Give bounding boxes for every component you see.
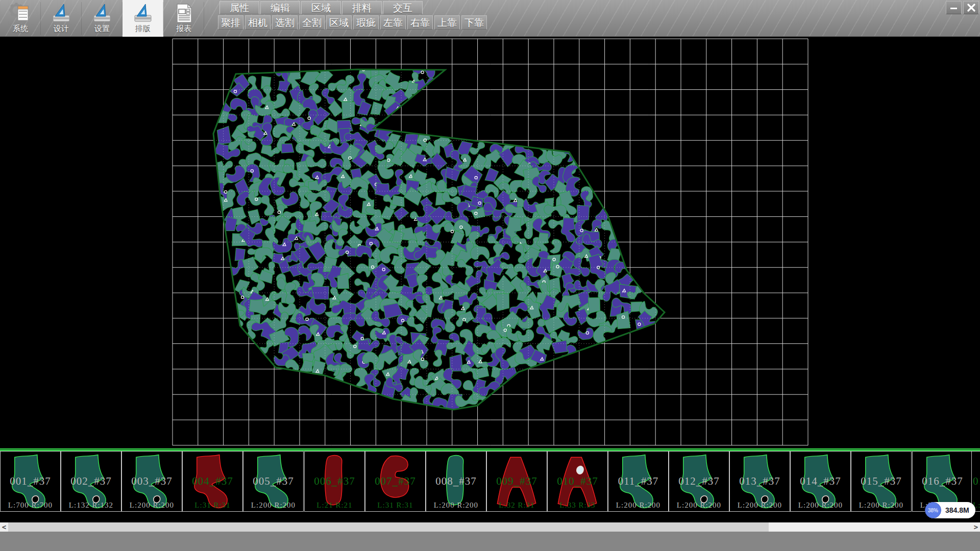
part-label: 013_#37 — [730, 475, 790, 488]
part-thumbnail-013_#37[interactable]: 013_#37L:200 R:200 — [729, 451, 790, 512]
part-lr-count: L:700 R:700 — [1, 501, 60, 510]
toolbar-item-排版[interactable]: 排版 — [122, 0, 163, 37]
part-label: 012_#37 — [669, 475, 729, 488]
part-thumbnail-006_#37[interactable]: 006_#37L:21 R:21 — [304, 451, 365, 512]
part-thumbnail-005_#37[interactable]: 005_#37L:200 R:200 — [243, 451, 304, 512]
progress-percent: 38% — [928, 508, 938, 513]
part-thumbnail-008_#37[interactable]: 008_#37L:200 R:200 — [426, 451, 486, 512]
toolbar-item-设置[interactable]: 设置 — [82, 0, 122, 37]
part-thumbnail-017_#37[interactable]: 017_#37L:2 — [971, 451, 980, 512]
toolbar-divider — [204, 2, 204, 35]
part-label: 014_#37 — [791, 475, 850, 488]
part-lr-count: L:31 R:31 — [365, 501, 425, 510]
part-thumbnail-009_#37[interactable]: 009_#37L:32 R:31 — [486, 451, 547, 512]
ruler-icon — [91, 2, 113, 24]
part-lr-count: L:32 R:31 — [487, 501, 547, 510]
part-lr-count: L:200 R:200 — [791, 501, 850, 510]
toolbar-item-label: 排版 — [122, 24, 163, 33]
tool-button-row: 聚排相机选割全割区域瑕疵左靠右靠上靠下靠 — [218, 15, 487, 30]
toolbar-item-label: 系统 — [0, 24, 41, 33]
part-thumbnail-003_#37[interactable]: 003_#37L:200 R:200 — [121, 451, 182, 512]
part-label: 011_#37 — [608, 475, 668, 488]
nesting-canvas[interactable] — [0, 37, 980, 448]
part-lr-count: L:21 R:21 — [305, 501, 364, 510]
tool-button-下靠[interactable]: 下靠 — [461, 15, 487, 30]
tool-button-瑕疵[interactable]: 瑕疵 — [353, 15, 379, 30]
memory-size: 384.8M — [941, 506, 975, 514]
ruler-icon — [132, 2, 154, 24]
scrollbar-thumb[interactable] — [8, 522, 769, 532]
tool-button-聚排[interactable]: 聚排 — [218, 15, 243, 30]
part-label: 002_#37 — [61, 475, 121, 488]
part-thumbnail-010_#37[interactable]: 010_#37L:33 R:33 — [547, 451, 608, 512]
part-label: 001_#37 — [1, 475, 60, 488]
toolbar-item-系统[interactable]: 系统 — [0, 0, 41, 37]
part-lr-count: L:33 R:33 — [548, 501, 607, 510]
part-lr-count: L:200 R:200 — [851, 501, 911, 510]
horizontal-scrollbar[interactable]: < > — [0, 521, 980, 532]
part-label: 015_#37 — [851, 475, 911, 488]
part-thumbnail-014_#37[interactable]: 014_#37L:200 R:200 — [790, 451, 851, 512]
application-window: 系统设计设置排版报表 属性编辑区域排料交互 聚排相机选割全割区域瑕疵左靠右靠上靠… — [0, 0, 980, 551]
toolbar-item-label: 设置 — [82, 24, 122, 33]
minimize-button[interactable] — [946, 1, 962, 14]
part-thumbnail-015_#37[interactable]: 015_#37L:200 R:200 — [851, 451, 912, 512]
status-bar — [0, 532, 980, 551]
toolbar-item-报表[interactable]: 报表 — [163, 0, 204, 37]
part-label: 004_#37 — [183, 475, 242, 488]
part-label: 009_#37 — [487, 475, 547, 488]
part-thumbnail-004_#37[interactable]: 004_#37L:31 R:31 — [182, 451, 243, 512]
part-lr-count: L:200 R:200 — [243, 501, 303, 510]
tool-button-上靠[interactable]: 上靠 — [434, 15, 460, 30]
tool-button-相机[interactable]: 相机 — [245, 15, 271, 30]
part-thumbnail-002_#37[interactable]: 002_#37L:132 R:132 — [61, 451, 121, 512]
part-label: 007_#37 — [365, 475, 425, 488]
part-lr-count: L:200 R:200 — [122, 501, 182, 510]
menu-tab-区域[interactable]: 区域 — [301, 1, 341, 14]
menu-tab-编辑[interactable]: 编辑 — [260, 1, 300, 14]
part-label: 010_#37 — [548, 475, 607, 488]
menu-tab-属性[interactable]: 属性 — [219, 1, 259, 14]
part-thumbnail-007_#37[interactable]: 007_#37L:31 R:31 — [365, 451, 426, 512]
tool-button-左靠[interactable]: 左靠 — [380, 15, 406, 30]
part-thumbnail-001_#37[interactable]: 001_#37L:700 R:700 — [0, 451, 61, 512]
menu-tab-row: 属性编辑区域排料交互 — [219, 1, 423, 14]
menu-tab-交互[interactable]: 交互 — [383, 1, 423, 14]
tool-button-区域[interactable]: 区域 — [326, 15, 352, 30]
part-lr-count: L:200 R:200 — [608, 501, 668, 510]
minimize-icon — [950, 4, 958, 12]
part-label: 005_#37 — [243, 475, 303, 488]
part-lr-count: L:31 R:31 — [183, 501, 242, 510]
memory-badge: 38% 384.8M — [925, 502, 975, 518]
tool-button-选割[interactable]: 选割 — [272, 15, 298, 30]
part-label: 008_#37 — [426, 475, 486, 488]
report-icon — [173, 2, 195, 24]
ruler-icon — [50, 2, 72, 24]
thumbnail-strip: 001_#37L:700 R:700002_#37L:132 R:132003_… — [0, 451, 980, 512]
part-label: 017_#37 — [972, 475, 980, 488]
part-label: 016_#37 — [913, 475, 972, 488]
part-label: 003_#37 — [122, 475, 182, 488]
menu-tab-排料[interactable]: 排料 — [342, 1, 382, 14]
close-button[interactable] — [963, 1, 979, 14]
part-thumbnail-011_#37[interactable]: 011_#37L:200 R:200 — [608, 451, 669, 512]
toolbar-item-设计[interactable]: 设计 — [41, 0, 82, 37]
part-lr-count: L:200 R:200 — [426, 501, 486, 510]
titlebar: 系统设计设置排版报表 属性编辑区域排料交互 聚排相机选割全割区域瑕疵左靠右靠上靠… — [0, 0, 980, 37]
gear-spreadsheet-icon — [9, 2, 32, 24]
toolbar-item-label: 设计 — [41, 24, 82, 33]
part-lr-count: L:132 R:132 — [61, 501, 121, 510]
progress-circle: 38% — [925, 502, 941, 518]
tool-button-全割[interactable]: 全割 — [299, 15, 325, 30]
toolbar-item-label: 报表 — [163, 24, 204, 33]
scroll-right-icon[interactable]: > — [972, 522, 980, 532]
scroll-left-icon[interactable]: < — [0, 522, 8, 532]
part-lr-count: L:200 R:200 — [669, 501, 729, 510]
tool-button-右靠[interactable]: 右靠 — [407, 15, 433, 30]
part-label: 006_#37 — [305, 475, 364, 488]
part-lr-count: L:200 R:200 — [730, 501, 790, 510]
part-thumbnail-012_#37[interactable]: 012_#37L:200 R:200 — [669, 451, 729, 512]
close-icon — [967, 4, 975, 12]
